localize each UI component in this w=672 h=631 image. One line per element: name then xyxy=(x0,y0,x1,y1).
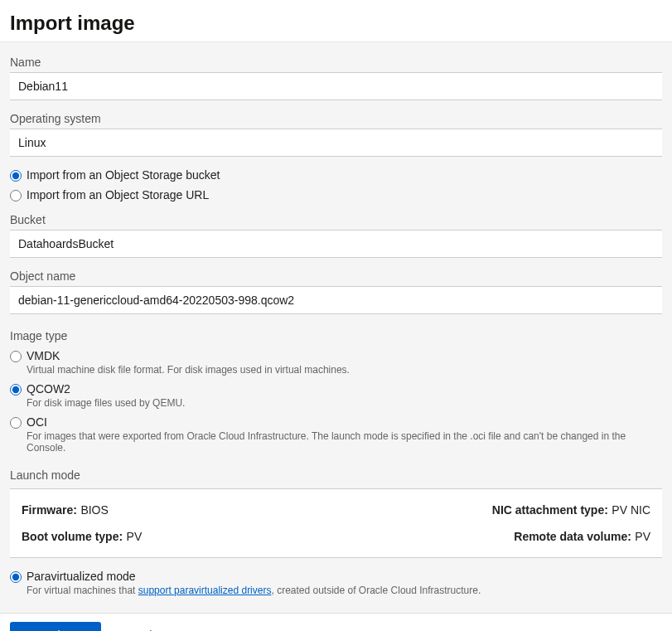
boot-label: Boot volume type: xyxy=(22,530,123,543)
launch-mode-heading: Launch mode xyxy=(10,468,662,482)
oci-desc: For images that were exported from Oracl… xyxy=(27,430,662,454)
object-select[interactable] xyxy=(10,286,662,314)
source-url-radio-row[interactable]: Import from an Object Storage URL xyxy=(10,188,662,201)
pv-mode-radio[interactable] xyxy=(10,571,22,583)
source-url-label: Import from an Object Storage URL xyxy=(27,188,209,201)
pv-drivers-link[interactable]: support paravirtualized drivers xyxy=(138,585,272,596)
nic-label: NIC attachment type: xyxy=(492,503,608,517)
pv-mode-radio-row[interactable]: Paravirtualized mode xyxy=(10,570,662,583)
source-bucket-radio[interactable] xyxy=(10,170,22,182)
remote-label: Remote data volume: xyxy=(514,530,631,543)
form-area: Name Operating system Import from an Obj… xyxy=(0,41,672,613)
source-url-radio[interactable] xyxy=(10,190,22,201)
vmdk-label: VMDK xyxy=(27,349,60,362)
pv-desc-pre: For virtual machines that xyxy=(27,585,138,596)
vmdk-radio[interactable] xyxy=(10,351,22,362)
source-bucket-radio-row[interactable]: Import from an Object Storage bucket xyxy=(10,168,662,182)
source-bucket-label: Import from an Object Storage bucket xyxy=(27,168,220,182)
pv-desc-post: , created outside of Oracle Cloud Infras… xyxy=(271,585,481,596)
qcow2-radio[interactable] xyxy=(10,384,22,396)
launch-col-left: Firmware: BIOS Boot volume type: PV xyxy=(22,502,142,544)
remote-value-text: PV xyxy=(635,530,650,543)
import-image-button[interactable]: Import image xyxy=(10,622,101,631)
launch-col-right: NIC attachment type: PV NIC Remote data … xyxy=(492,502,650,544)
name-label: Name xyxy=(10,56,662,69)
vmdk-desc: Virtual machine disk file format. For di… xyxy=(27,364,662,376)
qcow2-label: QCOW2 xyxy=(27,382,70,396)
nic-value-text: PV NIC xyxy=(612,503,650,517)
image-type-heading: Image type xyxy=(10,329,662,342)
bucket-select[interactable] xyxy=(10,230,662,258)
os-select[interactable] xyxy=(10,129,662,157)
boot-value-text: PV xyxy=(127,530,143,543)
oci-radio-row[interactable]: OCI xyxy=(10,415,662,429)
object-label: Object name xyxy=(10,269,662,283)
name-input[interactable] xyxy=(10,72,662,100)
footer: Import image Cancel xyxy=(0,613,672,631)
firmware-value-text: BIOS xyxy=(80,503,108,517)
pv-mode-desc: For virtual machines that support paravi… xyxy=(27,585,662,596)
oci-radio[interactable] xyxy=(10,417,22,429)
bucket-label: Bucket xyxy=(10,213,662,226)
pv-mode-label: Paravirtualized mode xyxy=(27,570,136,583)
qcow2-radio-row[interactable]: QCOW2 xyxy=(10,382,662,396)
vmdk-radio-row[interactable]: VMDK xyxy=(10,349,662,362)
qcow2-desc: For disk image files used by QEMU. xyxy=(27,397,662,409)
os-label: Operating system xyxy=(10,112,662,125)
oci-label: OCI xyxy=(27,415,47,429)
launch-mode-box: Firmware: BIOS Boot volume type: PV NIC … xyxy=(10,488,662,558)
firmware-label: Firmware: xyxy=(22,503,77,517)
page-title: Import image xyxy=(10,12,662,35)
